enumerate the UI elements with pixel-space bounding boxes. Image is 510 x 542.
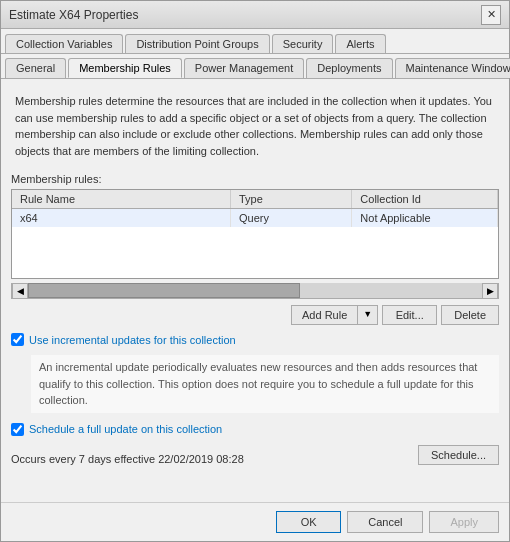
cell-type: Query	[230, 209, 351, 228]
schedule-row: Occurs every 7 days effective 22/02/2019…	[11, 445, 499, 465]
properties-window: Estimate X64 Properties ✕ Collection Var…	[0, 0, 510, 542]
content-area: Membership rules determine the resources…	[1, 79, 509, 502]
window-title: Estimate X64 Properties	[9, 8, 138, 22]
schedule-info: Occurs every 7 days effective 22/02/2019…	[11, 453, 244, 465]
add-rule-button[interactable]: Add Rule	[292, 306, 358, 324]
scroll-left-arrow[interactable]: ◀	[12, 283, 28, 299]
incremental-checkbox-row: Use incremental updates for this collect…	[11, 333, 499, 346]
incremental-info-text: An incremental update periodically evalu…	[31, 355, 499, 413]
rules-table: Rule Name Type Collection Id x64 Query N…	[12, 190, 498, 227]
cell-collection-id: Not Applicable	[352, 209, 498, 228]
schedule-button[interactable]: Schedule...	[418, 445, 499, 465]
table-row[interactable]: x64 Query Not Applicable	[12, 209, 498, 228]
tab-power-management[interactable]: Power Management	[184, 58, 304, 78]
edit-button[interactable]: Edit...	[382, 305, 437, 325]
cell-rule-name: x64	[12, 209, 230, 228]
apply-button[interactable]: Apply	[429, 511, 499, 533]
col-header-type: Type	[230, 190, 351, 209]
close-button[interactable]: ✕	[481, 5, 501, 25]
col-header-collection-id: Collection Id	[352, 190, 498, 209]
scroll-thumb	[28, 283, 300, 298]
delete-button[interactable]: Delete	[441, 305, 499, 325]
horizontal-scrollbar[interactable]: ◀ ▶	[11, 283, 499, 299]
col-header-rule-name: Rule Name	[12, 190, 230, 209]
ok-button[interactable]: OK	[276, 511, 341, 533]
cancel-button[interactable]: Cancel	[347, 511, 423, 533]
membership-rules-label: Membership rules:	[11, 173, 499, 185]
schedule-checkbox-row: Schedule a full update on this collectio…	[11, 423, 499, 436]
add-rule-split-button[interactable]: Add Rule ▼	[291, 305, 378, 325]
rules-table-container: Rule Name Type Collection Id x64 Query N…	[11, 189, 499, 279]
tab-general[interactable]: General	[5, 58, 66, 78]
tab-maintenance-windows[interactable]: Maintenance Windows	[395, 58, 511, 78]
tab-alerts[interactable]: Alerts	[335, 34, 385, 53]
tab-row-1: Collection Variables Distribution Point …	[1, 29, 509, 54]
tab-deployments[interactable]: Deployments	[306, 58, 392, 78]
tab-distribution-point-groups[interactable]: Distribution Point Groups	[125, 34, 269, 53]
scroll-right-arrow[interactable]: ▶	[482, 283, 498, 299]
add-rule-dropdown-arrow[interactable]: ▼	[358, 306, 377, 324]
footer-buttons: OK Cancel Apply	[1, 502, 509, 541]
rules-buttons-row: Add Rule ▼ Edit... Delete	[11, 305, 499, 325]
incremental-checkbox[interactable]	[11, 333, 24, 346]
tab-collection-variables[interactable]: Collection Variables	[5, 34, 123, 53]
occurs-text: Occurs every 7 days effective 22/02/2019…	[11, 453, 244, 465]
schedule-checkbox[interactable]	[11, 423, 24, 436]
description-text: Membership rules determine the resources…	[11, 87, 499, 165]
title-bar: Estimate X64 Properties ✕	[1, 1, 509, 29]
tab-row-2: General Membership Rules Power Managemen…	[1, 54, 509, 79]
schedule-section: Schedule a full update on this collectio…	[11, 423, 499, 465]
tab-membership-rules[interactable]: Membership Rules	[68, 58, 182, 78]
tab-security[interactable]: Security	[272, 34, 334, 53]
incremental-label[interactable]: Use incremental updates for this collect…	[29, 334, 236, 346]
schedule-label[interactable]: Schedule a full update on this collectio…	[29, 423, 222, 435]
scroll-track[interactable]	[28, 283, 482, 298]
